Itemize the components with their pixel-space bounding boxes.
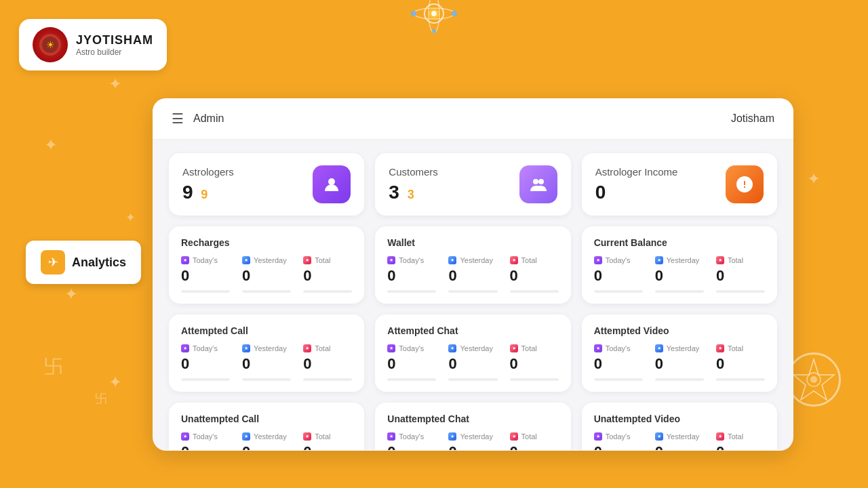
menu-icon[interactable]: ☰ <box>172 110 184 127</box>
metric-bar-yesterday-0 <box>242 290 291 293</box>
customers-info: Customers 3 3 <box>389 166 438 203</box>
astrologers-title: Astrologers <box>182 166 234 178</box>
metric-yesterday-val-3: 0 <box>242 355 291 373</box>
metric-today-3: ★ Today's 0 <box>181 344 230 381</box>
dot-yesterday-5: ★ <box>655 344 663 352</box>
admin-label: Admin <box>193 113 224 125</box>
metric-card-4: Attempted Chat ★ Today's 0 ★ Yesterday 0 <box>375 314 570 392</box>
metric-bar-today-0 <box>181 290 230 293</box>
income-icon <box>726 165 764 203</box>
metric-yesterday-val-2: 0 <box>655 267 704 285</box>
metric-total-2: ★ Total 0 <box>716 256 765 293</box>
metric-total-val-0: 0 <box>303 267 352 285</box>
metric-today-1: ★ Today's 0 <box>387 256 436 293</box>
metric-card-5: Attempted Video ★ Today's 0 ★ Yesterday … <box>582 314 777 392</box>
metric-card-1: Wallet ★ Today's 0 ★ Yesterday 0 <box>375 226 570 304</box>
metric-yesterday-4: ★ Yesterday 0 <box>448 344 497 381</box>
metric-bar-total-0 <box>303 290 352 293</box>
dot-yesterday-7: ★ <box>448 432 456 441</box>
metric-row-7: ★ Today's 0 ★ Yesterday 0 <box>387 432 558 450</box>
dot-total-3: ★ <box>303 344 311 352</box>
metric-total-0: ★ Total 0 <box>303 256 352 293</box>
metric-row-0: ★ Today's 0 ★ Yesterday 0 <box>181 256 352 293</box>
metric-bar-yesterday-1 <box>448 290 497 293</box>
income-count: 0 <box>595 182 678 203</box>
metric-total-val-5: 0 <box>716 355 765 373</box>
svg-point-11 <box>810 376 817 383</box>
dot-total-4: ★ <box>510 344 518 352</box>
metric-yesterday-0: ★ Yesterday 0 <box>242 256 291 293</box>
stat-astrologer-income: Astrologer Income 0 <box>582 153 777 216</box>
analytics-tab[interactable]: ✈ Analytics <box>26 241 141 284</box>
swastik-deco-1: 卐 <box>44 354 63 380</box>
metric-title-0: Recharges <box>181 237 352 248</box>
metric-bar-today-1 <box>387 290 436 293</box>
metric-total-val-6: 0 <box>303 443 352 450</box>
metric-total-val-3: 0 <box>303 355 352 373</box>
svg-point-8 <box>432 29 436 33</box>
metric-row-6: ★ Today's 0 ★ Yesterday 0 <box>181 432 352 450</box>
metric-yesterday-val-6: 0 <box>242 443 291 450</box>
metric-today-val-0: 0 <box>181 267 230 285</box>
metric-total-val-2: 0 <box>716 267 765 285</box>
metric-total-1: ★ Total 0 <box>510 256 559 293</box>
metric-total-5: ★ Total 0 <box>716 344 765 381</box>
metric-card-7: Unattempted Chat ★ Today's 0 ★ Yesterday… <box>375 403 570 450</box>
metric-total-val-4: 0 <box>510 355 559 373</box>
dot-yesterday-2: ★ <box>655 256 663 264</box>
metric-today-5: ★ Today's 0 <box>594 344 643 381</box>
top-ornament <box>407 0 461 40</box>
metric-bar-today-5 <box>594 378 643 381</box>
metrics-grid: Recharges ★ Today's 0 ★ Yesterday 0 <box>169 226 777 450</box>
brand-name: JYOTISHAM <box>76 33 153 47</box>
metric-row-4: ★ Today's 0 ★ Yesterday 0 <box>387 344 558 381</box>
top-stats-row: Astrologers 9 9 Customers 3 3 <box>169 153 777 216</box>
metric-today-6: ★ Today's 0 <box>181 432 230 450</box>
analytics-icon: ✈ <box>41 250 65 274</box>
metric-yesterday-2: ★ Yesterday 0 <box>655 256 704 293</box>
dot-total-5: ★ <box>716 344 724 352</box>
metric-total-val-1: 0 <box>510 267 559 285</box>
metric-today-val-8: 0 <box>594 443 643 450</box>
dot-yesterday-1: ★ <box>448 256 456 264</box>
metric-bar-yesterday-3 <box>242 378 291 381</box>
dot-total-2: ★ <box>716 256 724 264</box>
metric-card-3: Attempted Call ★ Today's 0 ★ Yesterday 0 <box>169 314 364 392</box>
metric-yesterday-val-1: 0 <box>448 267 497 285</box>
header-brand: Jotisham <box>731 113 774 125</box>
dot-today-8: ★ <box>594 432 602 441</box>
astrologers-icon <box>313 165 351 203</box>
dot-yesterday-0: ★ <box>242 256 250 264</box>
swastik-deco-2: 卐 <box>95 390 107 407</box>
metric-yesterday-1: ★ Yesterday 0 <box>448 256 497 293</box>
metric-total-8: ★ Total 0 <box>716 432 765 450</box>
metric-today-val-3: 0 <box>181 355 230 373</box>
metric-today-7: ★ Today's 0 <box>387 432 436 450</box>
metric-bar-total-3 <box>303 378 352 381</box>
dot-today-1: ★ <box>387 256 395 264</box>
metric-bar-total-5 <box>716 378 765 381</box>
svg-point-6 <box>452 11 457 16</box>
metric-title-4: Attempted Chat <box>387 325 558 336</box>
dot-total-7: ★ <box>510 432 518 441</box>
customers-count: 3 3 <box>389 182 438 203</box>
metric-bar-total-4 <box>510 378 559 381</box>
metric-yesterday-7: ★ Yesterday 0 <box>448 432 497 450</box>
panel-content: Astrologers 9 9 Customers 3 3 <box>153 140 793 450</box>
income-title: Astrologer Income <box>595 166 678 178</box>
panel-header: ☰ Admin Jotisham <box>153 98 793 140</box>
metric-today-val-6: 0 <box>181 443 230 450</box>
star-deco-1: ✦ <box>108 75 122 94</box>
metric-yesterday-val-5: 0 <box>655 355 704 373</box>
dot-today-6: ★ <box>181 432 189 441</box>
metric-title-6: Unattempted Call <box>181 413 352 424</box>
dot-today-4: ★ <box>387 344 395 352</box>
dot-total-6: ★ <box>303 432 311 441</box>
metric-today-val-7: 0 <box>387 443 436 450</box>
metric-yesterday-val-8: 0 <box>655 443 704 450</box>
metric-today-2: ★ Today's 0 <box>594 256 643 293</box>
stat-astrologers: Astrologers 9 9 <box>169 153 364 216</box>
star-deco-5: ✦ <box>108 373 122 392</box>
dot-total-1: ★ <box>510 256 518 264</box>
metric-row-3: ★ Today's 0 ★ Yesterday 0 <box>181 344 352 381</box>
